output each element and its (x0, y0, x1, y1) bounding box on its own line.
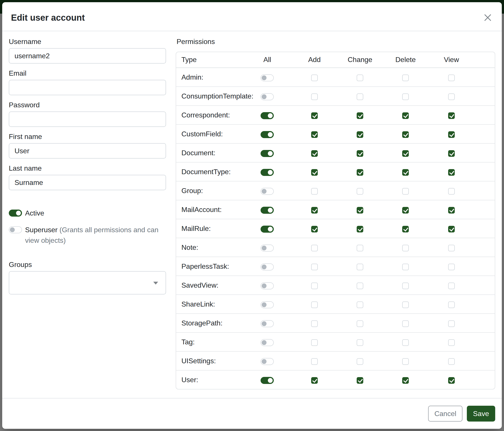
permission-checkbox-delete[interactable] (402, 93, 409, 100)
permission-checkbox-change[interactable] (357, 169, 363, 176)
permission-checkbox-delete[interactable] (402, 283, 409, 289)
permission-checkbox-change[interactable] (357, 150, 363, 157)
permission-checkbox-view[interactable] (448, 112, 455, 119)
permission-toggle-all[interactable] (261, 226, 274, 233)
groups-label: Groups (9, 260, 166, 269)
active-toggle[interactable] (9, 210, 22, 217)
permission-toggle-all[interactable] (261, 169, 274, 176)
permission-checkbox-change[interactable] (357, 283, 363, 289)
permission-checkbox-view[interactable] (448, 74, 455, 81)
permission-checkbox-add[interactable] (311, 377, 318, 384)
permission-checkbox-view[interactable] (448, 93, 455, 100)
permission-type-label: MailRule: (176, 219, 243, 238)
permission-checkbox-add[interactable] (311, 169, 318, 176)
permission-checkbox-add[interactable] (311, 320, 318, 327)
permission-checkbox-delete[interactable] (402, 188, 409, 195)
permission-toggle-all[interactable] (261, 244, 274, 251)
permission-checkbox-view[interactable] (448, 377, 455, 384)
email-field[interactable] (9, 80, 166, 95)
permission-checkbox-view[interactable] (448, 188, 455, 195)
permission-checkbox-view[interactable] (448, 150, 455, 157)
permission-checkbox-add[interactable] (311, 264, 318, 270)
permission-checkbox-view[interactable] (448, 320, 455, 327)
permission-toggle-all[interactable] (261, 263, 274, 270)
permission-toggle-all[interactable] (261, 301, 274, 308)
permission-checkbox-view[interactable] (448, 131, 455, 138)
permission-checkbox-delete[interactable] (402, 169, 409, 176)
permission-checkbox-delete[interactable] (402, 207, 409, 214)
groups-select[interactable] (9, 271, 166, 295)
permission-checkbox-delete[interactable] (402, 377, 409, 384)
permission-toggle-all[interactable] (261, 320, 274, 327)
permission-checkbox-add[interactable] (311, 188, 318, 195)
permission-checkbox-delete[interactable] (402, 245, 409, 251)
close-button[interactable] (482, 12, 493, 23)
permission-toggle-all[interactable] (261, 339, 274, 346)
permission-checkbox-view[interactable] (448, 264, 455, 270)
permission-toggle-all[interactable] (261, 188, 274, 195)
permission-toggle-all[interactable] (261, 93, 274, 100)
permission-checkbox-change[interactable] (357, 93, 363, 100)
permission-toggle-all[interactable] (261, 131, 274, 138)
permission-checkbox-add[interactable] (311, 150, 318, 157)
permission-checkbox-add[interactable] (311, 245, 318, 251)
permission-checkbox-delete[interactable] (402, 339, 409, 346)
permission-checkbox-change[interactable] (357, 188, 363, 195)
permission-row: MailAccount: (176, 200, 495, 219)
permission-toggle-all[interactable] (261, 112, 274, 119)
save-button[interactable]: Save (467, 406, 495, 422)
permission-toggle-all[interactable] (261, 377, 274, 384)
permission-checkbox-add[interactable] (311, 301, 318, 308)
superuser-toggle[interactable] (9, 226, 22, 233)
permission-checkbox-change[interactable] (357, 320, 363, 327)
permission-checkbox-add[interactable] (311, 283, 318, 289)
permission-checkbox-delete[interactable] (402, 264, 409, 270)
permission-checkbox-delete[interactable] (402, 320, 409, 327)
permission-checkbox-add[interactable] (311, 226, 318, 233)
superuser-row: Superuser (Grants all permissions and ca… (9, 224, 166, 246)
last-name-field[interactable] (9, 175, 166, 190)
permission-checkbox-delete[interactable] (402, 150, 409, 157)
permission-checkbox-change[interactable] (357, 358, 363, 365)
permission-checkbox-change[interactable] (357, 207, 363, 214)
permission-checkbox-add[interactable] (311, 339, 318, 346)
permission-checkbox-add[interactable] (311, 358, 318, 365)
permission-checkbox-delete[interactable] (402, 131, 409, 138)
permission-checkbox-change[interactable] (357, 74, 363, 81)
permission-checkbox-change[interactable] (357, 301, 363, 308)
permission-toggle-all[interactable] (261, 74, 274, 81)
permission-checkbox-view[interactable] (448, 283, 455, 289)
permission-toggle-all[interactable] (261, 207, 274, 214)
permission-checkbox-change[interactable] (357, 377, 363, 384)
permission-checkbox-delete[interactable] (402, 301, 409, 308)
permission-checkbox-add[interactable] (311, 131, 318, 138)
permission-checkbox-view[interactable] (448, 339, 455, 346)
permission-toggle-all[interactable] (261, 358, 274, 365)
permission-checkbox-add[interactable] (311, 74, 318, 81)
permission-checkbox-view[interactable] (448, 226, 455, 233)
password-field[interactable] (9, 111, 166, 127)
permission-checkbox-view[interactable] (448, 169, 455, 176)
permission-checkbox-change[interactable] (357, 245, 363, 251)
permission-toggle-all[interactable] (261, 282, 274, 289)
permission-checkbox-delete[interactable] (402, 74, 409, 81)
permission-checkbox-add[interactable] (311, 207, 318, 214)
permission-checkbox-add[interactable] (311, 112, 318, 119)
permission-checkbox-view[interactable] (448, 245, 455, 251)
permission-checkbox-view[interactable] (448, 207, 455, 214)
permission-checkbox-change[interactable] (357, 226, 363, 233)
permission-checkbox-change[interactable] (357, 131, 363, 138)
permission-checkbox-view[interactable] (448, 301, 455, 308)
first-name-field[interactable] (9, 143, 166, 159)
username-input[interactable] (9, 48, 166, 63)
cancel-button[interactable]: Cancel (428, 406, 462, 422)
permission-checkbox-change[interactable] (357, 264, 363, 270)
permission-checkbox-change[interactable] (357, 339, 363, 346)
permission-checkbox-view[interactable] (448, 358, 455, 365)
permission-checkbox-delete[interactable] (402, 112, 409, 119)
permission-checkbox-delete[interactable] (402, 226, 409, 233)
permission-checkbox-add[interactable] (311, 93, 318, 100)
permission-toggle-all[interactable] (261, 150, 274, 157)
permission-checkbox-change[interactable] (357, 112, 363, 119)
permission-checkbox-delete[interactable] (402, 358, 409, 365)
